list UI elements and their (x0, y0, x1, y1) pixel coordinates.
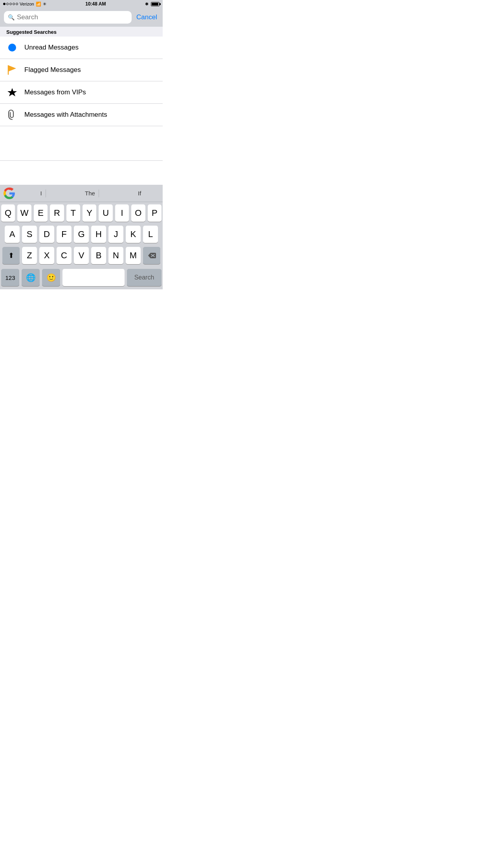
search-input-wrapper[interactable]: 🔍 (4, 11, 132, 24)
key-k[interactable]: K (126, 226, 141, 243)
svg-marker-1 (8, 65, 16, 72)
key-w[interactable]: W (17, 204, 31, 222)
status-time: 10:48 AM (85, 1, 106, 7)
keyboard-row-3: ⬆ Z X C V B N M (1, 247, 161, 264)
key-x[interactable]: X (39, 247, 54, 264)
cancel-button[interactable]: Cancel (135, 13, 159, 21)
key-u[interactable]: U (99, 204, 112, 222)
key-p[interactable]: P (148, 204, 161, 222)
key-q[interactable]: Q (1, 204, 15, 222)
flag-icon (6, 64, 18, 76)
pred-word-if[interactable]: If (134, 190, 145, 197)
vip-label: Messages from VIPs (24, 88, 86, 96)
status-bar: Verizon 📶 ✳ 10:48 AM ✱ (0, 0, 163, 8)
key-i[interactable]: I (115, 204, 129, 222)
signal-dots (3, 3, 18, 5)
key-e[interactable]: E (34, 204, 48, 222)
key-r[interactable]: R (50, 204, 64, 222)
sync-icon: ✳ (43, 2, 46, 7)
key-s[interactable]: S (22, 226, 37, 243)
keyboard: I The If Q W E R T Y U I O P A S D F G H… (0, 185, 163, 289)
emoji-key[interactable]: 🙂 (42, 269, 60, 286)
key-j[interactable]: J (108, 226, 123, 243)
suggestion-attachments[interactable]: Messages with Attachments (0, 104, 163, 126)
suggestion-vip[interactable]: Messages from VIPs (0, 81, 163, 104)
carrier-label: Verizon (20, 2, 34, 6)
status-left: Verizon 📶 ✳ (3, 2, 46, 7)
suggestion-flagged[interactable]: Flagged Messages (0, 59, 163, 81)
key-m[interactable]: M (126, 247, 141, 264)
paperclip-icon (6, 109, 18, 121)
bluetooth-icon: ✱ (145, 2, 149, 7)
signal-dot-4 (13, 3, 15, 5)
search-key[interactable]: Search (127, 269, 161, 286)
key-a[interactable]: A (5, 226, 20, 243)
signal-dot-3 (9, 3, 12, 5)
star-icon (6, 86, 18, 98)
key-y[interactable]: Y (83, 204, 96, 222)
svg-marker-3 (7, 88, 17, 96)
delete-icon (147, 252, 156, 259)
key-h[interactable]: H (91, 226, 106, 243)
key-o[interactable]: O (131, 204, 145, 222)
search-icon: 🔍 (8, 14, 15, 20)
google-button[interactable] (0, 185, 19, 202)
pred-word-the[interactable]: The (81, 190, 99, 197)
key-f[interactable]: F (57, 226, 72, 243)
key-t[interactable]: T (66, 204, 80, 222)
pred-word-i[interactable]: I (37, 190, 46, 197)
key-c[interactable]: C (57, 247, 72, 264)
key-z[interactable]: Z (22, 247, 37, 264)
wifi-icon: 📶 (36, 2, 41, 7)
key-d[interactable]: D (39, 226, 54, 243)
status-right: ✱ (145, 2, 160, 7)
globe-key[interactable]: 🌐 (22, 269, 40, 286)
battery-icon (151, 2, 160, 6)
signal-dot-5 (16, 3, 18, 5)
keyboard-bottom-row: 123 🌐 🙂 Search (0, 269, 163, 289)
flagged-label: Flagged Messages (24, 66, 81, 74)
signal-dot-2 (6, 3, 9, 5)
key-rows: Q W E R T Y U I O P A S D F G H J K L ⬆ … (0, 202, 163, 269)
search-input[interactable] (17, 13, 128, 21)
attachments-label: Messages with Attachments (24, 111, 107, 119)
predictive-bar: I The If (0, 185, 163, 202)
search-bar: 🔍 Cancel (0, 8, 163, 27)
key-v[interactable]: V (74, 247, 89, 264)
divider-1 (0, 126, 163, 161)
unread-label: Unread Messages (24, 44, 79, 51)
key-n[interactable]: N (108, 247, 123, 264)
battery-fill (152, 3, 158, 6)
shift-key[interactable]: ⬆ (2, 247, 20, 264)
key-b[interactable]: B (91, 247, 106, 264)
svg-point-0 (8, 44, 16, 51)
suggested-searches-header: Suggested Searches (0, 27, 163, 37)
delete-key[interactable] (143, 247, 160, 264)
key-g[interactable]: G (74, 226, 89, 243)
suggestions-list: Unread Messages Flagged Messages Message… (0, 37, 163, 126)
keyboard-row-2: A S D F G H J K L (1, 226, 161, 243)
keyboard-row-1: Q W E R T Y U I O P (1, 204, 161, 222)
key-123[interactable]: 123 (1, 269, 19, 286)
suggestion-unread[interactable]: Unread Messages (0, 37, 163, 59)
key-l[interactable]: L (143, 226, 158, 243)
predictive-words: I The If (19, 190, 163, 197)
signal-dot-1 (3, 3, 6, 5)
space-key[interactable] (62, 269, 125, 286)
unread-icon (6, 42, 18, 53)
google-logo-icon (4, 188, 15, 199)
